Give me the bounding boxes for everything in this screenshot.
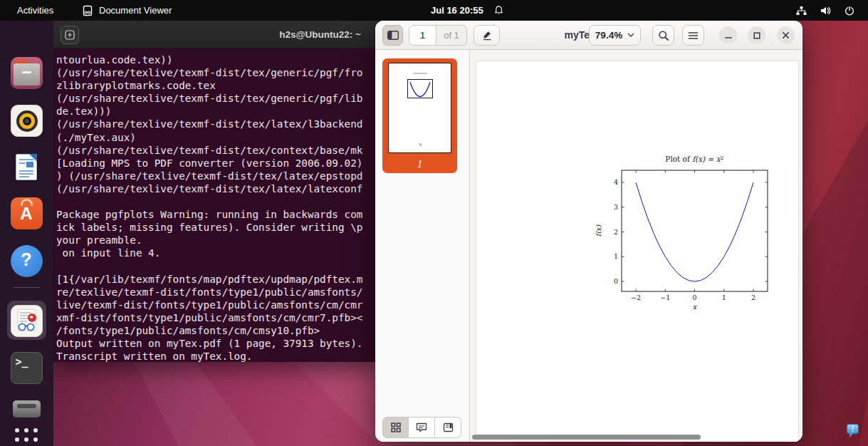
- chevron-down-icon: [627, 33, 634, 38]
- terminal-line: de.tex))): [56, 105, 380, 118]
- page-selector: 1 of 1: [409, 25, 467, 46]
- terminal-line: (./myTex.aux): [56, 131, 380, 144]
- dock-item-help[interactable]: ?: [9, 244, 43, 278]
- maximize-button[interactable]: [748, 26, 765, 44]
- focused-app-label: Document Viewer: [99, 5, 172, 16]
- svg-text:x: x: [693, 303, 698, 311]
- new-tab-button[interactable]: [61, 26, 79, 44]
- terminal-line: Output written on myTex.pdf (1 page, 379…: [56, 337, 380, 350]
- rhythmbox-icon: [11, 105, 43, 137]
- horizontal-scrollbar[interactable]: [472, 435, 701, 440]
- menu-button[interactable]: [682, 25, 704, 46]
- bookmark-book-icon: [443, 422, 454, 432]
- bookmarks-view-button[interactable]: [435, 417, 461, 438]
- terminal-headerbar[interactable]: h2s@Ubuntu22: ~: [53, 21, 380, 48]
- notification-bell-icon: [493, 5, 504, 16]
- terminal-line: live/texmf-dist/fonts/type1/public/amsfo…: [56, 299, 380, 311]
- thumbnails-sidebar: 1: [375, 50, 470, 442]
- maximize-icon: [753, 32, 760, 39]
- terminal-line: Transcript written on myTex.log.: [56, 350, 380, 362]
- terminal-icon: >_: [11, 352, 43, 384]
- help-icon: ?: [11, 245, 43, 277]
- terminal-line: on input line 4.: [56, 247, 380, 259]
- terminal-line: (/usr/share/texlive/texmf-dist/tex/latex…: [56, 118, 380, 130]
- svg-text:f(x): f(x): [595, 224, 602, 237]
- svg-text:0: 0: [692, 294, 696, 301]
- dock-separator: [14, 287, 40, 288]
- dock-item-document-viewer[interactable]: [9, 304, 43, 338]
- page-number-entry[interactable]: 1: [409, 25, 436, 46]
- terminal-line: zlibraryplotmarks.code.tex: [56, 79, 380, 92]
- sidebar-view-switcher: [382, 417, 461, 438]
- terminal-output[interactable]: ntourlua.code.tex))(/usr/share/texlive/t…: [53, 48, 380, 362]
- thumbnail-pagenum-placeholder: [419, 143, 422, 146]
- terminal-line: re/texlive/texmf-dist/fonts/type1/public…: [56, 286, 380, 299]
- terminal-line: xmf-dist/fonts/type1/public/amsfonts/cm/…: [56, 311, 380, 324]
- minimize-button[interactable]: [719, 26, 737, 44]
- dock-item-rhythmbox[interactable]: [9, 103, 43, 138]
- annotation-bubble-icon: [416, 422, 427, 432]
- page-total-label: of 1: [436, 25, 467, 46]
- terminal-line: [Loading MPS to PDF converter (version 2…: [56, 157, 380, 170]
- dock-item-terminal[interactable]: >_: [9, 351, 43, 385]
- terminal-line: ntourlua.code.tex)): [56, 53, 380, 66]
- terminal-line: ) (/usr/share/texlive/texmf-dist/tex/lat…: [56, 170, 380, 182]
- svg-text:Plot of f(x) = x2: Plot of f(x) = x2: [665, 155, 723, 164]
- search-icon: [658, 30, 669, 41]
- terminal-line: (/usr/share/texlive/texmf-dist/tex/latex…: [56, 182, 380, 195]
- thumbnails-grid-icon: [391, 422, 401, 432]
- close-icon: [782, 31, 790, 39]
- clock-menu[interactable]: Jul 16 20:55: [431, 0, 504, 21]
- document-viewer-window: 1 of 1 myTex.pdf 79.4%: [375, 21, 802, 442]
- dock-item-show-applications[interactable]: [9, 422, 43, 446]
- search-button[interactable]: [652, 25, 674, 46]
- svg-text:3: 3: [614, 203, 618, 211]
- terminal-line: [1{/var/lib/texmf/fonts/map/pdftex/updma…: [56, 273, 380, 286]
- sidebar-toggle-button[interactable]: [382, 25, 403, 46]
- terminal-line: /fonts/type1/public/amsfonts/cm/cmsy10.p…: [56, 324, 380, 337]
- terminal-line: [56, 260, 380, 273]
- dock-item-libreoffice-writer[interactable]: [9, 150, 43, 184]
- files-icon: [11, 57, 43, 89]
- svg-text:1: 1: [722, 294, 726, 301]
- activities-button[interactable]: Activities: [17, 0, 53, 21]
- close-button[interactable]: [777, 26, 795, 44]
- zoom-control[interactable]: 79.4%: [589, 25, 641, 46]
- system-status-area[interactable]: [795, 0, 855, 21]
- page-thumbnail: [388, 63, 451, 153]
- terminal-line: (/usr/share/texlive/texmf-dist/tex/gener…: [56, 92, 380, 105]
- clock-label: Jul 16 20:55: [431, 5, 483, 16]
- app-grid-icon: [15, 428, 38, 446]
- svg-text:−1: −1: [660, 294, 670, 301]
- focused-app-menu[interactable]: Document Viewer: [82, 0, 172, 21]
- terminal-line: your preamble.: [56, 234, 380, 247]
- top-bar: Activities Document Viewer Jul 16 20:55: [0, 0, 868, 21]
- terminal-line: (/usr/share/texlive/texmf-dist/tex/gener…: [56, 66, 380, 79]
- page-thumbnail-selected[interactable]: 1: [382, 58, 457, 173]
- dock-item-ubuntu-software[interactable]: A: [9, 196, 43, 230]
- svg-text:0: 0: [614, 277, 618, 285]
- svg-text:4: 4: [614, 178, 618, 186]
- annotations-view-button[interactable]: [409, 417, 435, 438]
- svg-text:2: 2: [614, 228, 618, 236]
- thumbnail-page-label: 1: [382, 158, 457, 170]
- document-viewer-icon: [11, 305, 43, 337]
- thumbnail-plot: [404, 76, 436, 102]
- thumbnails-view-button[interactable]: [382, 417, 409, 438]
- document-viewer-app-icon: [82, 5, 93, 16]
- svg-text:2: 2: [751, 294, 755, 301]
- power-icon: [844, 5, 855, 16]
- desktop-alert-icon[interactable]: !: [847, 424, 859, 434]
- document-view-area[interactable]: −2−101201234Plot of f(x) = x2xf(x): [471, 50, 802, 442]
- dock-item-removable-drive[interactable]: [9, 392, 43, 426]
- zoom-level-label: 79.4%: [595, 30, 622, 41]
- terminal-window: h2s@Ubuntu22: ~ ntourlua.code.tex))(/usr…: [53, 21, 380, 362]
- pdf-page: −2−101201234Plot of f(x) = x2xf(x): [476, 61, 799, 442]
- dock-item-files[interactable]: [9, 56, 43, 90]
- svg-text:1: 1: [614, 252, 618, 260]
- viewer-headerbar[interactable]: 1 of 1 myTex.pdf 79.4%: [375, 21, 802, 50]
- svg-text:−2: −2: [631, 294, 641, 301]
- terminal-title: h2s@Ubuntu22: ~: [279, 21, 361, 48]
- terminal-line: Package pgfplots Warning: running in bac…: [56, 208, 380, 221]
- dock: A ? >_: [0, 21, 53, 446]
